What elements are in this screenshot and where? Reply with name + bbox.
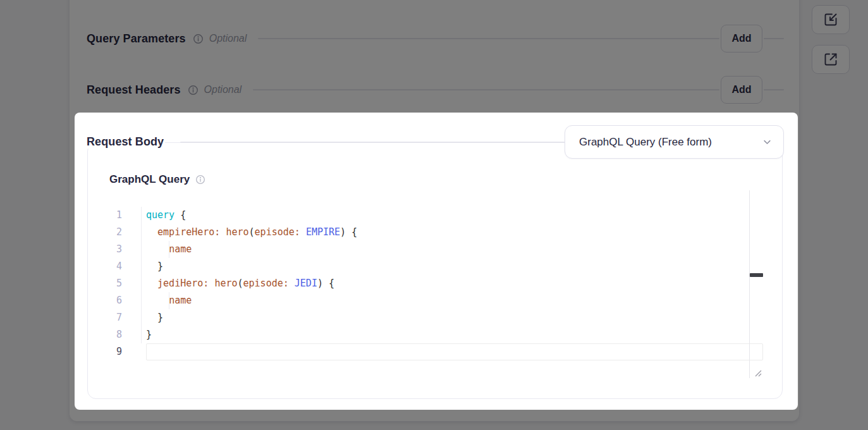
request-headers-title: Request Headers: [87, 83, 182, 97]
code-token: episode:: [255, 226, 300, 238]
code-token: (: [249, 226, 255, 238]
line-number: 4: [104, 258, 122, 275]
info-icon[interactable]: [193, 34, 204, 44]
line-number: 1: [104, 207, 122, 224]
code-token: [300, 226, 306, 238]
line-number: 7: [104, 309, 122, 326]
optional-label: Optional: [204, 84, 242, 95]
code-token: name: [169, 295, 192, 306]
info-icon[interactable]: [188, 85, 199, 95]
code-token: ) {: [340, 226, 357, 238]
code-line[interactable]: }: [146, 258, 763, 275]
code-line[interactable]: }: [146, 326, 763, 343]
optional-label: Optional: [209, 33, 247, 44]
request-headers-section: Request Headers Optional Add: [87, 75, 784, 105]
chevron-down-icon: [762, 137, 772, 147]
indent-guide: [141, 207, 142, 343]
code-token: {: [174, 209, 186, 221]
code-line[interactable]: [146, 343, 763, 360]
query-parameters-section: Query Parameters Optional Add: [87, 23, 784, 54]
code-token: [146, 226, 157, 238]
code-token: [146, 243, 169, 255]
code-token: hero: [214, 278, 237, 289]
code-token: [146, 295, 169, 306]
code-token: }: [146, 261, 163, 272]
code-token: jediHero:: [157, 278, 209, 289]
query-parameters-title: Query Parameters: [87, 32, 187, 46]
code-token: hero: [226, 226, 248, 238]
code-line[interactable]: jediHero: hero(episode: JEDI) {: [146, 275, 763, 292]
divider-line: [764, 38, 784, 39]
divider-line: [180, 142, 565, 143]
add-query-parameter-button[interactable]: Add: [721, 25, 762, 52]
graphql-query-card: GraphQL Query 123456789 query { empireHe…: [87, 142, 783, 399]
resize-grip-icon[interactable]: [753, 368, 763, 378]
code-token: ) {: [317, 278, 334, 289]
code-token: EMPIRE: [306, 226, 340, 238]
line-number: 6: [104, 292, 122, 309]
request-body-section-header: Request Body GraphQL Query (Free form): [87, 125, 784, 159]
external-link-icon: [823, 52, 838, 67]
code-token: }: [146, 329, 152, 340]
code-token: empireHero:: [157, 226, 220, 238]
code-token: name: [169, 243, 192, 255]
code-token: [289, 278, 295, 289]
edit-in-box-button[interactable]: [812, 5, 850, 34]
graphql-code-editor[interactable]: 123456789 query { empireHero: hero(episo…: [104, 190, 763, 378]
code-token: (: [238, 278, 243, 289]
line-number: 9: [104, 343, 122, 360]
graphql-query-label: GraphQL Query: [109, 173, 190, 186]
graphql-query-label-row: GraphQL Query: [109, 171, 205, 188]
code-token: }: [146, 312, 163, 323]
add-request-header-button[interactable]: Add: [721, 76, 762, 104]
request-body-title: Request Body: [87, 135, 165, 149]
code-line[interactable]: name: [146, 241, 763, 258]
scrollbar-thumb[interactable]: [750, 273, 763, 277]
code-line[interactable]: empireHero: hero(episode: EMPIRE) {: [146, 224, 763, 241]
code-line[interactable]: query {: [146, 207, 763, 224]
line-number: 8: [104, 326, 122, 343]
external-link-button[interactable]: [812, 45, 850, 74]
body-type-select[interactable]: GraphQL Query (Free form): [565, 125, 784, 159]
line-number: 2: [104, 224, 122, 241]
page: Query Parameters Optional Add Request He…: [0, 0, 868, 430]
editor-code: query { empireHero: hero(episode: EMPIRE…: [146, 207, 763, 360]
divider-line: [258, 38, 719, 39]
editor-gutter: 123456789: [104, 207, 122, 360]
code-token: episode:: [243, 278, 289, 289]
code-token: JEDI: [295, 278, 317, 289]
line-number: 5: [104, 275, 122, 292]
body-type-select-value: GraphQL Query (Free form): [579, 136, 762, 149]
edit-in-box-icon: [823, 12, 838, 27]
code-line[interactable]: name: [146, 292, 763, 309]
code-token: [146, 278, 157, 289]
code-line[interactable]: }: [146, 309, 763, 326]
info-icon[interactable]: [195, 175, 205, 185]
divider-line: [253, 89, 719, 90]
code-token: query: [146, 209, 174, 221]
scrollbar-track: [749, 190, 750, 378]
line-number: 3: [104, 241, 122, 258]
divider-line: [764, 89, 784, 90]
